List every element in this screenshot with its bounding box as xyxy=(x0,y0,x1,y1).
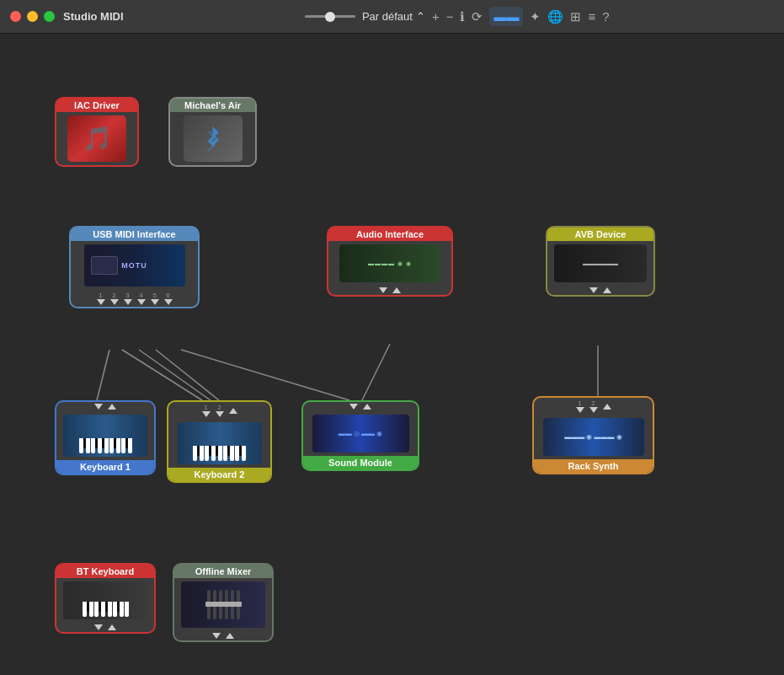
refresh-icon[interactable]: ⟳ xyxy=(472,9,483,24)
sound-module-image: ▬▬ ◎ ▬▬ ◉ xyxy=(303,411,418,456)
rack-synth-image: ▬▬▬ ◉ ▬▬▬ ◉ xyxy=(534,415,653,459)
preset-label: Par défaut xyxy=(362,10,413,23)
usb-midi-label: USB MIDI Interface xyxy=(71,228,198,241)
bt-keyboard-ports xyxy=(88,623,123,632)
keyboard2-label: Keyboard 2 xyxy=(168,468,270,481)
preset-dropdown[interactable]: Par défaut ⌃ xyxy=(362,10,425,23)
svg-line-2 xyxy=(156,350,219,400)
add-button[interactable]: + xyxy=(432,9,440,24)
network-icon[interactable]: 🌐 xyxy=(547,9,563,24)
keyboard1-in-ports xyxy=(88,402,123,411)
offline-mixer-node[interactable]: Offline Mixer xyxy=(173,563,274,642)
toolbar-center: Par défaut ⌃ + − ℹ ⟳ ▬▬ ✦ 🌐 ⊞ ≡ ? xyxy=(141,7,775,26)
bt-keyboard-image xyxy=(56,578,154,623)
rack-synth-label: Rack Synth xyxy=(534,459,653,473)
remove-button[interactable]: − xyxy=(446,9,454,24)
iac-driver-node[interactable]: IAC Driver xyxy=(55,97,139,167)
bluetooth-icon[interactable]: ✦ xyxy=(530,9,541,24)
keyboard2-image xyxy=(168,419,270,468)
svg-line-0 xyxy=(97,350,109,400)
keyboard1-image xyxy=(56,411,154,460)
michaels-air-label: Michael's Air xyxy=(170,99,255,112)
usb-midi-ports: 1 2 3 4 5 6 xyxy=(90,290,179,307)
bt-keyboard-label: BT Keyboard xyxy=(56,565,154,578)
titlebar: Studio MIDI Par défaut ⌃ + − ℹ ⟳ ▬▬ ✦ 🌐 … xyxy=(0,0,784,34)
iac-driver-image xyxy=(56,112,137,165)
bt-keyboard-node[interactable]: BT Keyboard xyxy=(55,563,156,634)
avb-device-image: ▬▬▬▬▬▬ xyxy=(547,241,653,286)
grid-icon[interactable]: ⊞ xyxy=(570,9,581,24)
offline-mixer-label: Offline Mixer xyxy=(174,565,272,578)
audio-interface-label: Audio Interface xyxy=(328,228,451,241)
offline-mixer-image xyxy=(174,578,272,631)
svg-line-1 xyxy=(139,350,211,400)
sound-module-in-ports xyxy=(343,402,378,411)
svg-line-5 xyxy=(362,344,390,400)
app-title: Studio MIDI xyxy=(63,10,124,23)
midi-icon[interactable]: ▬▬ xyxy=(489,7,523,26)
list-icon[interactable]: ≡ xyxy=(588,9,595,24)
audio-interface-image: ▬▬▬▬ ◉ ◉ xyxy=(328,241,451,286)
rack-synth-in-ports: 1 2 xyxy=(569,398,618,415)
keyboard1-label: Keyboard 1 xyxy=(56,460,154,474)
minimize-button[interactable] xyxy=(27,11,38,22)
keyboard1-node[interactable]: Keyboard 1 xyxy=(55,400,156,475)
chevron-icon: ⌃ xyxy=(416,10,425,23)
avb-device-ports xyxy=(583,286,618,295)
audio-interface-node[interactable]: Audio Interface ▬▬▬▬ ◉ ◉ xyxy=(327,226,453,297)
iac-driver-label: IAC Driver xyxy=(56,99,137,112)
info-icon[interactable]: ℹ xyxy=(460,9,465,24)
offline-mixer-ports xyxy=(205,631,241,640)
usb-midi-image xyxy=(71,241,198,290)
zoom-slider[interactable] xyxy=(305,15,355,18)
svg-line-3 xyxy=(181,350,349,400)
traffic-lights xyxy=(10,11,55,22)
avb-device-node[interactable]: AVB Device ▬▬▬▬▬▬ xyxy=(546,226,655,297)
help-icon[interactable]: ? xyxy=(602,9,609,24)
maximize-button[interactable] xyxy=(44,11,55,22)
usb-midi-node[interactable]: USB MIDI Interface 1 2 3 4 5 xyxy=(69,226,200,308)
michaels-air-node[interactable]: Michael's Air xyxy=(168,97,257,167)
svg-line-4 xyxy=(122,350,202,400)
close-button[interactable] xyxy=(10,11,21,22)
avb-device-label: AVB Device xyxy=(547,228,653,241)
sound-module-node[interactable]: ▬▬ ◎ ▬▬ ◉ Sound Module xyxy=(301,400,419,471)
sound-module-label: Sound Module xyxy=(303,456,418,469)
michaels-air-image xyxy=(170,112,255,165)
rack-synth-node[interactable]: 1 2 ▬▬▬ ◉ ▬▬▬ ◉ Rack Synth xyxy=(532,396,654,474)
keyboard2-in-ports: 1 2 xyxy=(195,402,244,419)
audio-interface-ports xyxy=(372,286,408,295)
keyboard2-node[interactable]: 1 2 xyxy=(167,400,272,483)
midi-canvas: IAC Driver Michael's Air USB MIDI Interf… xyxy=(0,34,784,675)
